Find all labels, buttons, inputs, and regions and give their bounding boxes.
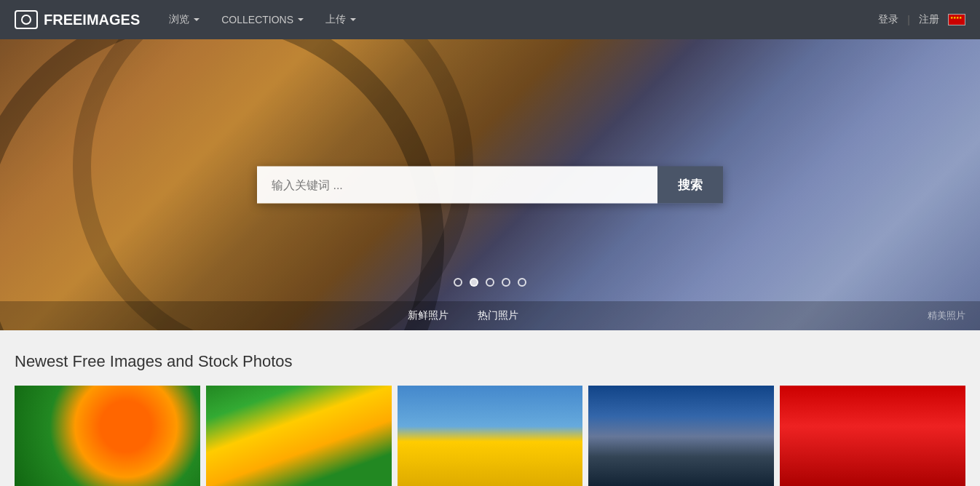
carousel-dot-5[interactable] <box>518 278 526 287</box>
carousel-dot-4[interactable] <box>502 278 510 287</box>
login-link[interactable]: 登录 <box>878 13 898 26</box>
carousel-dot-1[interactable] <box>454 278 462 287</box>
photo-item-sunflower[interactable] <box>15 386 200 486</box>
navbar: FREEIMAGES 浏览 COLLECTIONS 上传 登录 | 注册 <box>0 0 980 39</box>
search-button[interactable]: 搜索 <box>657 167 723 204</box>
nav-collections[interactable]: COLLECTIONS <box>214 9 311 30</box>
photo-item-bee-flowers[interactable] <box>206 386 392 486</box>
browse-caret-icon <box>194 18 199 21</box>
photo-grid <box>15 386 965 486</box>
tab-featured-photos[interactable]: 精美照片 <box>928 309 980 322</box>
carousel-dots <box>454 278 526 287</box>
nav-browse[interactable]: 浏览 <box>162 9 207 31</box>
tab-fresh-photos[interactable]: 新鲜照片 <box>393 301 463 330</box>
photo-item-storm-clouds[interactable] <box>588 386 774 486</box>
nav-links: 浏览 COLLECTIONS 上传 <box>162 9 878 31</box>
brand-logo[interactable]: FREEIMAGES <box>15 10 140 29</box>
brand-name: FREEIMAGES <box>44 12 140 28</box>
chinese-flag-icon[interactable] <box>948 14 965 25</box>
nav-upload[interactable]: 上传 <box>318 9 363 31</box>
carousel-dot-2[interactable] <box>470 278 478 287</box>
hero-tabs: 新鲜照片 热门照片 精美照片 <box>0 301 980 330</box>
nav-right: 登录 | 注册 <box>878 13 965 26</box>
search-bar: 搜索 <box>257 167 723 204</box>
nav-divider: | <box>907 14 910 25</box>
photo-item-red-silhouette[interactable] <box>780 386 965 486</box>
camera-icon <box>15 10 38 29</box>
photo-item-yellow-field[interactable] <box>398 386 583 486</box>
collections-caret-icon <box>298 18 304 21</box>
carousel-dot-3[interactable] <box>486 278 494 287</box>
search-input[interactable] <box>257 167 657 204</box>
hero-section: 搜索 新鲜照片 热门照片 精美照片 <box>0 39 980 330</box>
tab-hot-photos[interactable]: 热门照片 <box>463 301 533 330</box>
upload-caret-icon <box>350 18 356 21</box>
section-title: Newest Free Images and Stock Photos <box>15 352 965 371</box>
main-content: Newest Free Images and Stock Photos <box>0 330 980 486</box>
register-link[interactable]: 注册 <box>919 13 939 26</box>
